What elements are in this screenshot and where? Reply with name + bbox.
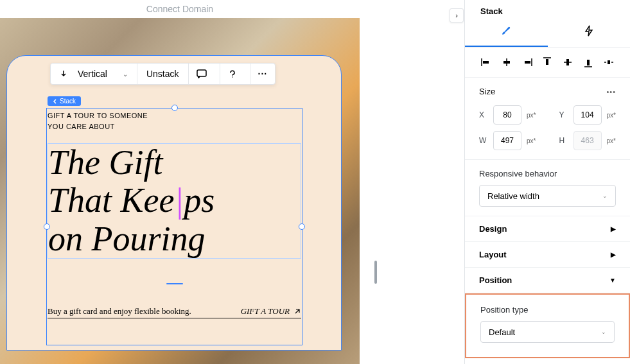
responsive-label: Responsive behavior <box>479 169 616 178</box>
w-input[interactable] <box>493 131 521 150</box>
chevron-right-icon: › <box>455 12 458 19</box>
alignment-row <box>465 48 630 78</box>
svg-rect-12 <box>587 60 590 65</box>
arrow-down-icon <box>60 70 67 78</box>
resize-handle-top[interactable] <box>171 105 178 111</box>
position-body: Position type Default ⌄ <box>465 293 630 358</box>
headline-selection[interactable]: The Gift That Kee|ps on Pouring <box>48 143 301 259</box>
stack-breadcrumb[interactable]: Stack <box>48 96 81 106</box>
bottom-row: Buy a gift card and enjoy flexible booki… <box>48 306 301 318</box>
tab-design[interactable] <box>465 25 548 47</box>
size-more-button[interactable]: ••• <box>606 88 616 96</box>
brush-icon <box>500 25 512 37</box>
scrollbar-thumb[interactable] <box>374 261 377 284</box>
responsive-section: Responsive behavior Relative width ⌄ <box>465 160 630 216</box>
align-top-icon <box>543 57 552 67</box>
distribute-button[interactable] <box>602 55 616 69</box>
comment-button[interactable] <box>189 64 220 84</box>
svg-rect-2 <box>483 61 489 64</box>
text-cursor: | <box>175 181 184 220</box>
help-icon <box>228 69 237 78</box>
floating-toolbar: Vertical ⌄ Unstack ··· <box>50 63 276 85</box>
collapse-spacer[interactable] <box>48 275 301 287</box>
align-center-h-icon <box>502 58 512 67</box>
bottom-text[interactable]: Buy a gift card and enjoy flexible booki… <box>48 306 191 316</box>
align-right-icon <box>522 58 532 67</box>
direction-dropdown[interactable]: Vertical ⌄ <box>51 64 137 84</box>
align-center-v-icon <box>563 57 572 67</box>
help-button[interactable] <box>220 64 250 84</box>
align-bottom-icon <box>584 57 593 67</box>
distribute-icon <box>604 58 614 67</box>
eyebrow-text[interactable]: GIFT A TOUR TO SOMEONE YOU CARE ABOUT <box>48 110 301 132</box>
unstack-button[interactable]: Unstack <box>137 64 189 84</box>
page-header: Connect Domain <box>0 0 360 18</box>
x-label: X <box>479 110 488 119</box>
resize-handle-right[interactable] <box>299 223 305 230</box>
page-title: Connect Domain <box>146 4 213 14</box>
panel-collapse-toggle[interactable]: › <box>450 8 464 22</box>
h-label: H <box>559 136 568 145</box>
svg-rect-6 <box>525 61 530 64</box>
more-button[interactable]: ··· <box>250 64 276 84</box>
align-center-h-button[interactable] <box>500 55 514 69</box>
canvas-area: Connect Domain Stack Vertical ⌄ Unstack … <box>0 0 462 364</box>
position-type-label: Position type <box>480 305 615 315</box>
inspector-tabs <box>465 16 630 48</box>
svg-rect-0 <box>197 70 206 76</box>
svg-rect-10 <box>566 59 569 65</box>
align-left-button[interactable] <box>479 55 493 69</box>
x-input[interactable] <box>493 105 521 125</box>
size-label: Size <box>479 87 495 96</box>
resize-handle-left[interactable] <box>44 223 50 230</box>
align-top-button[interactable] <box>540 55 554 69</box>
card-content: GIFT A TOUR TO SOMEONE YOU CARE ABOUT Th… <box>48 110 301 318</box>
chevron-down-icon: ▼ <box>609 277 616 284</box>
inspector-title: Stack <box>465 0 630 16</box>
layout-accordion[interactable]: Layout ▶ <box>465 242 630 268</box>
align-right-button[interactable] <box>520 55 534 69</box>
position-type-dropdown[interactable]: Default ⌄ <box>480 321 615 343</box>
gift-link[interactable]: GIFT A TOUR <box>241 306 301 316</box>
svg-rect-8 <box>546 59 548 65</box>
align-center-v-button[interactable] <box>561 55 575 69</box>
responsive-dropdown[interactable]: Relative width ⌄ <box>479 185 616 207</box>
chevron-down-icon: ⌄ <box>601 329 606 335</box>
chevron-down-icon: ⌄ <box>602 193 608 199</box>
h-input <box>573 131 602 150</box>
headline-text[interactable]: The Gift That Kee|ps on Pouring <box>48 144 301 258</box>
design-accordion[interactable]: Design ▶ <box>465 216 630 242</box>
lightning-icon <box>584 25 594 37</box>
arrow-outward-icon <box>293 308 301 315</box>
chevron-right-icon: ▶ <box>611 225 616 232</box>
svg-rect-14 <box>608 60 610 64</box>
y-input[interactable] <box>573 105 602 125</box>
comment-icon <box>197 69 207 78</box>
align-left-icon <box>481 58 491 67</box>
svg-rect-4 <box>503 61 510 64</box>
chevron-left-icon <box>53 99 58 104</box>
position-accordion[interactable]: Position ▼ <box>465 268 630 293</box>
tab-interactions[interactable] <box>548 25 631 47</box>
chevron-right-icon: ▶ <box>611 251 616 258</box>
w-label: W <box>479 136 488 145</box>
y-label: Y <box>559 110 568 119</box>
align-bottom-button[interactable] <box>581 55 595 69</box>
inspector-panel: Stack Size ••• X px* Y <box>464 0 630 364</box>
more-icon: ··· <box>258 69 268 79</box>
chevron-down-icon: ⌄ <box>123 71 128 78</box>
size-section: Size ••• X px* Y px* W px* H <box>465 78 630 160</box>
